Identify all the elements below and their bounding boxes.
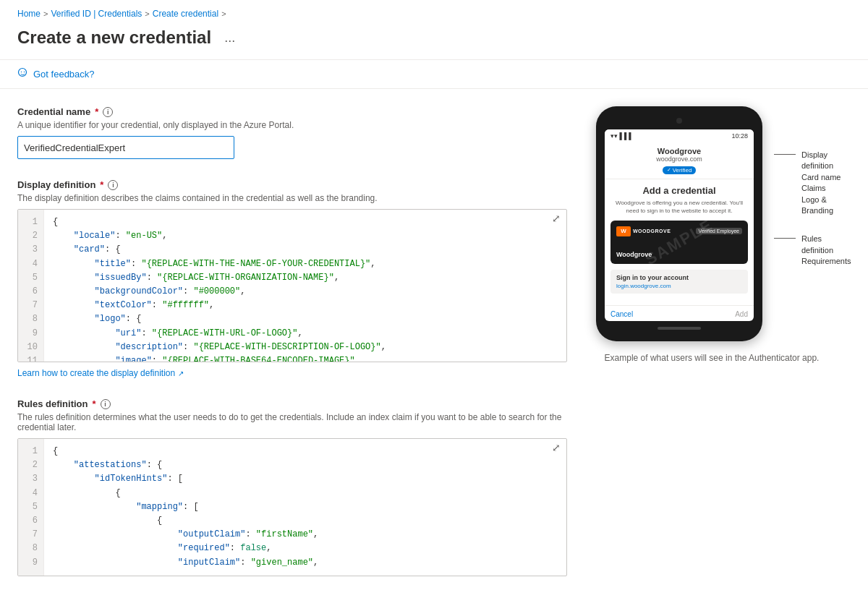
rules-line-numbers: 12345 6789 [18, 439, 44, 576]
required-star-name: * [95, 106, 98, 117]
breadcrumb: Home > Verified ID | Credentials > Creat… [0, 0, 868, 25]
credential-name-description: A unique identifier for your credential,… [17, 120, 567, 130]
credential-card-header: W WOODGROVE Verified Employee [616, 226, 742, 236]
phone-app-header: Woodgrove woodgrove.com ✓ Verified [605, 142, 754, 179]
sign-in-title: Sign in to your account [616, 274, 742, 281]
rules-definition-description: The rules definition determines what the… [17, 412, 567, 432]
sign-in-link: login.woodgrove.com [616, 283, 742, 289]
display-definition-editor: ⤢ 12345 67891011 { "locale": "en-US", "c… [17, 209, 567, 362]
phone-cancel-button[interactable]: Cancel [610, 310, 633, 318]
annotation-label-2: RulesdefinitionRequirements [801, 234, 851, 267]
feedback-bar[interactable]: Got feedback? [0, 60, 868, 89]
breadcrumb-sep-3: > [221, 9, 226, 18]
annotation-line-1 [774, 154, 796, 155]
rules-definition-info-icon[interactable]: i [101, 399, 111, 409]
page-header: Create a new credential ... [0, 25, 868, 60]
signal-icons: ▾▾ ▌▌▌ [610, 132, 634, 140]
w-logo: W [616, 226, 631, 236]
credential-name-group: Credential name * i A unique identifier … [17, 106, 567, 159]
phone-mockup: ▾▾ ▌▌▌ 10:28 Woodgrove woodgrove.com ✓ V… [596, 106, 762, 341]
rules-editor-header: ⤢ [552, 442, 561, 453]
required-star-display: * [100, 179, 103, 190]
breadcrumb-sep-1: > [43, 9, 48, 18]
breadcrumb-create-credential[interactable]: Create credential [153, 9, 218, 19]
main-layout: Credential name * i A unique identifier … [0, 89, 868, 611]
card-logo-text: WOODGROVE [633, 228, 671, 234]
annotation-line-2 [774, 238, 796, 239]
add-credential-title: Add a credential [610, 185, 748, 196]
phone-home-bar [658, 327, 701, 330]
phone-add-button[interactable]: Add [735, 310, 748, 318]
annotation-rules-definition: RulesdefinitionRequirements [774, 234, 851, 267]
breadcrumb-home[interactable]: Home [17, 9, 41, 19]
verified-badge: ✓ Verified [663, 166, 697, 174]
preview-section: ▾▾ ▌▌▌ 10:28 Woodgrove woodgrove.com ✓ V… [596, 106, 827, 597]
display-definition-group: Display definition * i The display defin… [17, 179, 567, 378]
phone-mockup-wrapper: ▾▾ ▌▌▌ 10:28 Woodgrove woodgrove.com ✓ V… [596, 106, 762, 341]
display-editor-expand-icon[interactable]: ⤢ [552, 213, 561, 224]
svg-point-1 [21, 72, 22, 72]
rules-definition-label: Rules definition * i [17, 398, 567, 409]
annotation-label-1: DisplaydefinitionCard nameClaimsLogo &Br… [801, 150, 841, 216]
display-definition-info-icon[interactable]: i [108, 180, 118, 190]
credential-name-input[interactable] [17, 136, 234, 159]
card-holder-name: Woodgrove [616, 251, 742, 258]
required-star-rules: * [93, 398, 96, 409]
status-time: 10:28 [731, 132, 748, 140]
phone-status-bar: ▾▾ ▌▌▌ 10:28 [605, 129, 754, 142]
learn-display-definition-link[interactable]: Learn how to create the display definiti… [17, 368, 184, 378]
phone-buttons: Cancel Add [605, 305, 754, 321]
form-section: Credential name * i A unique identifier … [17, 106, 567, 597]
display-line-numbers: 12345 67891011 [18, 210, 44, 362]
card-type-badge: Verified Employee [696, 228, 742, 234]
display-editor-header: ⤢ [552, 213, 561, 224]
credential-name-label: Credential name * i [17, 106, 567, 117]
sign-in-section: Sign in to your account login.woodgrove.… [610, 270, 748, 294]
feedback-icon [17, 67, 29, 81]
more-options-button[interactable]: ... [220, 29, 239, 47]
annotation-display-definition: DisplaydefinitionCard nameClaimsLogo &Br… [774, 150, 851, 216]
woodgrove-name: Woodgrove [610, 147, 748, 155]
page-title: Create a new credential [17, 27, 211, 48]
woodgrove-domain: woodgrove.com [610, 155, 748, 163]
display-code-content[interactable]: { "locale": "en-US", "card": { "title": … [44, 210, 566, 362]
rules-editor-content[interactable]: 12345 6789 { "attestations": { "idTokenH… [18, 439, 566, 576]
phone-screen: ▾▾ ▌▌▌ 10:28 Woodgrove woodgrove.com ✓ V… [605, 129, 754, 321]
display-definition-label: Display definition * i [17, 179, 567, 190]
card-logo: W WOODGROVE [616, 226, 671, 236]
preview-caption: Example of what users will see in the Au… [596, 353, 827, 363]
svg-point-2 [24, 72, 25, 72]
external-link-icon: ↗ [178, 369, 184, 377]
phone-camera [676, 118, 682, 124]
rules-definition-group: Rules definition * i The rules definitio… [17, 398, 567, 576]
verified-label: Verified [673, 167, 692, 174]
rules-code-content[interactable]: { "attestations": { "idTokenHints": [ { … [44, 439, 566, 576]
credential-name-info-icon[interactable]: i [103, 107, 113, 117]
display-editor-content[interactable]: 12345 67891011 { "locale": "en-US", "car… [18, 210, 566, 362]
phone-content: Add a credential Woodgrove is offering y… [605, 179, 754, 305]
credential-card: W WOODGROVE Verified Employee Woodgrove … [610, 221, 748, 264]
display-definition-description: The display definition describes the cla… [17, 193, 567, 203]
rules-editor-expand-icon[interactable]: ⤢ [552, 442, 561, 453]
add-credential-desc: Woodgrove is offering you a new credenti… [610, 199, 748, 215]
breadcrumb-verified-id[interactable]: Verified ID | Credentials [51, 9, 142, 19]
breadcrumb-sep-2: > [145, 9, 149, 18]
rules-definition-editor: ⤢ 12345 6789 { "attestations": { "idToke… [17, 438, 567, 576]
checkmark-icon: ✓ [667, 167, 671, 173]
feedback-label: Got feedback? [33, 69, 95, 80]
right-annotations: DisplaydefinitionCard nameClaimsLogo &Br… [762, 150, 851, 285]
